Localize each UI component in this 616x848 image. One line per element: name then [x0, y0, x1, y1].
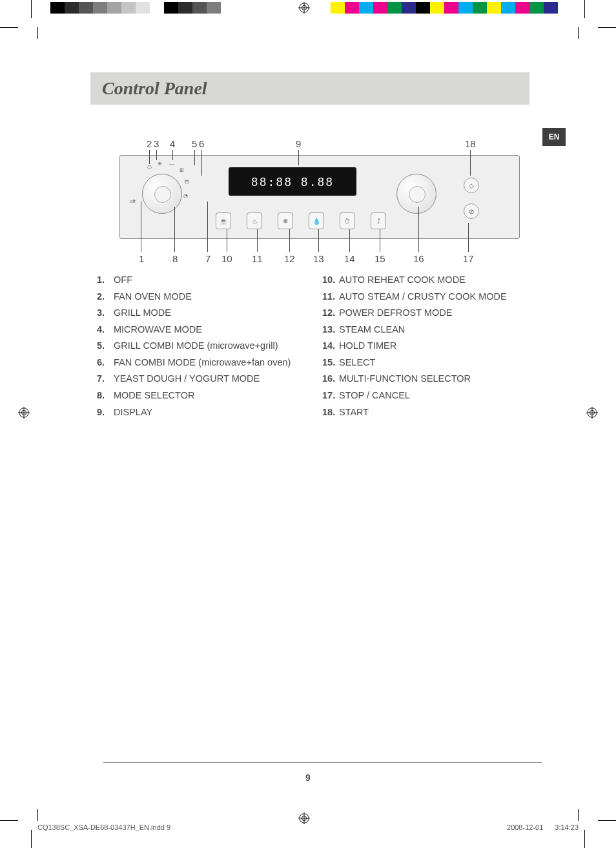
- color-swatch: [345, 2, 359, 14]
- panel-illustration: off ⎔ ≋ 〰 ⊞ ⊟ ◔ 88:88 8.88 ☕ ♨ ❄ 💧 ⏱ ⤴ ◇…: [119, 155, 520, 239]
- legend-item-text: GRILL MODE: [114, 307, 311, 320]
- color-swatch: [373, 2, 387, 14]
- crop-mark: [598, 27, 616, 28]
- legend-item-number: 15.: [322, 357, 339, 369]
- crop-mark: [584, 830, 585, 848]
- leader-line: [289, 229, 290, 252]
- greyscale-color-bar: [50, 2, 235, 14]
- legend-item: 12.POWER DEFROST MODE: [322, 307, 536, 320]
- legend-item-number: 8.: [97, 389, 114, 402]
- callout-number: 8: [172, 253, 178, 264]
- legend-item: 3.GRILL MODE: [97, 307, 311, 320]
- color-swatch: [458, 2, 473, 14]
- callout-number: 6: [199, 138, 204, 149]
- legend-item-number: 7.: [97, 373, 114, 386]
- legend-item: 17.STOP / CANCEL: [322, 389, 536, 402]
- leader-line: [257, 229, 258, 252]
- legend-item-text: FAN COMBI MODE (microwave+fan oven): [114, 357, 311, 369]
- legend-item-text: OFF: [114, 274, 311, 287]
- legend-item-number: 4.: [97, 324, 114, 336]
- power-defrost-button: ❄: [278, 212, 293, 229]
- leader-line: [468, 223, 469, 252]
- leader-line: [318, 229, 319, 252]
- color-swatch: [178, 2, 192, 14]
- slug-filename: CQ138SC_XSA-DE68-03437H_EN.indd 9: [37, 823, 170, 831]
- steam-clean-button: 💧: [309, 212, 324, 229]
- color-swatch: [331, 2, 345, 14]
- leader-line: [149, 150, 150, 164]
- registration-mark-icon: [586, 407, 598, 419]
- crop-mark: [598, 820, 616, 821]
- off-dial-label: off: [130, 198, 136, 204]
- registration-mark-icon: [18, 407, 30, 419]
- auto-steam-button: ♨: [247, 212, 262, 229]
- color-swatch: [107, 2, 121, 14]
- guide-line: [578, 809, 579, 821]
- callout-number: 13: [313, 253, 324, 264]
- button-row: ☕ ♨ ❄ 💧 ⏱ ⤴: [216, 212, 386, 229]
- legend-item-number: 3.: [97, 307, 114, 320]
- legend-item: 2.FAN OVEN MODE: [97, 291, 311, 304]
- select-button: ⤴: [371, 212, 386, 229]
- leader-line: [418, 207, 419, 252]
- legend-item-number: 17.: [322, 389, 339, 402]
- crop-mark: [584, 0, 585, 18]
- legend-item-number: 12.: [322, 307, 339, 320]
- start-button: ◇: [464, 178, 479, 193]
- legend-item-number: 6.: [97, 357, 114, 369]
- callout-number: 2: [147, 138, 152, 149]
- legend-item-number: 18.: [322, 406, 339, 419]
- color-swatch: [207, 2, 221, 14]
- legend-item-text: DISPLAY: [114, 406, 311, 419]
- callout-number: 7: [205, 253, 210, 264]
- legend-item: 15.SELECT: [322, 357, 536, 369]
- legend-list: 1.OFF2.FAN OVEN MODE3.GRILL MODE4.MICROW…: [97, 274, 536, 422]
- callout-number: 12: [284, 253, 295, 264]
- leader-line: [227, 229, 227, 252]
- registration-mark-icon: [298, 812, 310, 824]
- color-swatch: [65, 2, 79, 14]
- legend-item-number: 2.: [97, 291, 114, 304]
- stop-cancel-button: ⊘: [464, 203, 479, 219]
- legend-item-text: AUTO REHEAT COOK MODE: [339, 274, 536, 287]
- fan-combi-icon: ⊟: [185, 179, 189, 185]
- color-swatch: [150, 2, 164, 14]
- cmyk-color-bar: [331, 2, 558, 14]
- slug-time: 3:14:23: [555, 823, 579, 831]
- color-swatch: [402, 2, 416, 14]
- legend-item-text: SELECT: [339, 357, 536, 369]
- vertical-buttons: ◇ ⊘: [464, 178, 479, 219]
- section-header: Control Panel: [90, 72, 529, 105]
- color-swatch: [79, 2, 93, 14]
- color-swatch: [136, 2, 150, 14]
- legend-item-text: START: [339, 406, 536, 419]
- legend-item-number: 11.: [322, 291, 339, 304]
- legend-item-text: MODE SELECTOR: [114, 389, 311, 402]
- leader-line: [470, 150, 471, 176]
- legend-item-text: FAN OVEN MODE: [114, 291, 311, 304]
- leader-line: [201, 150, 202, 176]
- callout-number: 1: [139, 253, 144, 264]
- auto-reheat-button: ☕: [216, 212, 231, 229]
- leader-line: [207, 202, 208, 252]
- microwave-icon: 〰: [169, 162, 174, 168]
- slug-line: CQ138SC_XSA-DE68-03437H_EN.indd 9 2008-1…: [37, 823, 579, 831]
- guide-line: [37, 809, 38, 821]
- legend-item-text: GRILL COMBI MODE (microwave+grill): [114, 340, 311, 353]
- registration-mark-icon: [298, 2, 310, 14]
- leader-line: [172, 150, 173, 160]
- callout-number: 18: [465, 138, 476, 149]
- color-swatch: [515, 2, 529, 14]
- legend-item: 18.START: [322, 406, 536, 419]
- color-swatch: [430, 2, 444, 14]
- callout-number: 17: [463, 253, 474, 264]
- leader-line: [194, 150, 195, 165]
- callout-number: 15: [375, 253, 385, 264]
- guide-line: [37, 27, 38, 39]
- yeast-icon: ◔: [183, 193, 188, 199]
- callout-number: 4: [170, 138, 175, 149]
- legend-item-number: 1.: [97, 274, 114, 287]
- section-title: Control Panel: [102, 78, 207, 99]
- color-swatch: [473, 2, 487, 14]
- legend-item-text: POWER DEFROST MODE: [339, 307, 536, 320]
